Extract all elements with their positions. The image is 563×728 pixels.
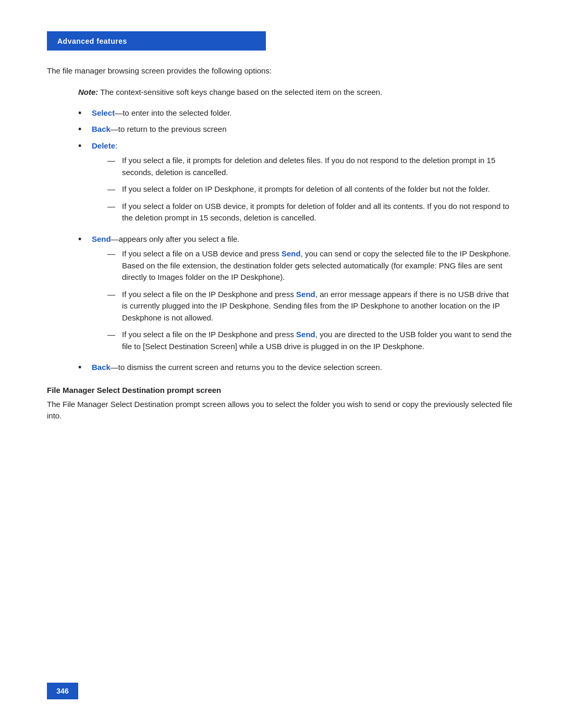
- list-item: • Select—to enter into the selected fold…: [78, 107, 516, 119]
- page-container: Advanced features The file manager brows…: [0, 0, 563, 728]
- sub-dash: —: [107, 155, 120, 167]
- note-text: The context-sensitive soft keys change b…: [98, 88, 382, 96]
- sub-item: — If you select a folder on IP Deskphone…: [107, 183, 516, 195]
- sub-content: If you select a folder on USB device, it…: [122, 201, 516, 224]
- sub-content: If you select a file on the IP Deskphone…: [122, 329, 516, 352]
- keyword-send-inline2: Send: [296, 290, 315, 299]
- bullet-content-back1: Back—to return to the previous screen: [92, 124, 516, 135]
- list-item: • Back—to return to the previous screen: [78, 124, 516, 135]
- bullet-dot: •: [78, 140, 89, 152]
- delete-sub-list: — If you select a file, it prompts for d…: [107, 155, 516, 224]
- bullet-content-back2: Back—to dismiss the current screen and r…: [92, 362, 516, 374]
- sub-dash: —: [107, 289, 120, 301]
- sub-dash: —: [107, 248, 120, 260]
- intro-text: The file manager browsing screen provide…: [47, 65, 516, 77]
- sub-dash: —: [107, 329, 120, 341]
- header-banner-text: Advanced features: [57, 37, 127, 45]
- keyword-back1: Back: [92, 125, 111, 133]
- sub-item: — If you select a file, it prompts for d…: [107, 155, 516, 178]
- bullet-dot: •: [78, 107, 89, 119]
- list-item: • Back—to dismiss the current screen and…: [78, 362, 516, 374]
- sub-item: — If you select a folder on USB device, …: [107, 201, 516, 224]
- bullet-dot: •: [78, 362, 89, 374]
- keyword-back2: Back: [92, 363, 111, 372]
- list-item: • Delete: — If you select a file, it pro…: [78, 140, 516, 229]
- bullet-content-send: Send—appears only after you select a fil…: [92, 233, 516, 358]
- keyword-delete: Delete: [92, 141, 115, 150]
- sub-content: If you select a folder on IP Deskphone, …: [122, 183, 516, 195]
- keyword-select: Select: [92, 108, 115, 117]
- keyword-send-inline: Send: [282, 249, 301, 258]
- bullet-dot: •: [78, 124, 89, 135]
- back2-text: —to dismiss the current screen and retur…: [111, 363, 382, 372]
- page-number: 346: [56, 687, 68, 695]
- sub-item: — If you select a file on the IP Deskpho…: [107, 329, 516, 352]
- send-sub-list: — If you select a file on a USB device a…: [107, 248, 516, 352]
- note-block: Note: The context-sensitive soft keys ch…: [78, 87, 516, 98]
- send-text: —appears only after you select a file.: [111, 235, 240, 243]
- delete-colon: :: [115, 141, 117, 150]
- sub-content: If you select a file on a USB device and…: [122, 248, 516, 283]
- back1-text: —to return to the previous screen: [111, 125, 227, 133]
- select-text: —to enter into the selected folder.: [115, 108, 231, 117]
- list-item: • Send—appears only after you select a f…: [78, 233, 516, 358]
- sub-dash: —: [107, 183, 120, 195]
- file-manager-text: The File Manager Select Destination prom…: [47, 399, 516, 422]
- sub-item: — If you select a file on the IP Deskpho…: [107, 289, 516, 324]
- section-heading: File Manager Select Destination prompt s…: [47, 386, 516, 394]
- file-manager-section: File Manager Select Destination prompt s…: [47, 386, 516, 422]
- bullet-content-delete: Delete: — If you select a file, it promp…: [92, 140, 516, 229]
- sub-content: If you select a file, it prompts for del…: [122, 155, 516, 178]
- bullet-content-select: Select—to enter into the selected folder…: [92, 107, 516, 119]
- keyword-send-inline3: Send: [296, 330, 315, 339]
- bullet-dot: •: [78, 233, 89, 245]
- sub-item: — If you select a file on a USB device a…: [107, 248, 516, 283]
- page-number-box: 346: [47, 683, 78, 699]
- sub-content: If you select a file on the IP Deskphone…: [122, 289, 516, 324]
- bullet-list: • Select—to enter into the selected fold…: [78, 107, 516, 374]
- keyword-send: Send: [92, 235, 111, 243]
- note-label: Note:: [78, 88, 98, 96]
- header-banner: Advanced features: [47, 31, 266, 51]
- sub-dash: —: [107, 201, 120, 213]
